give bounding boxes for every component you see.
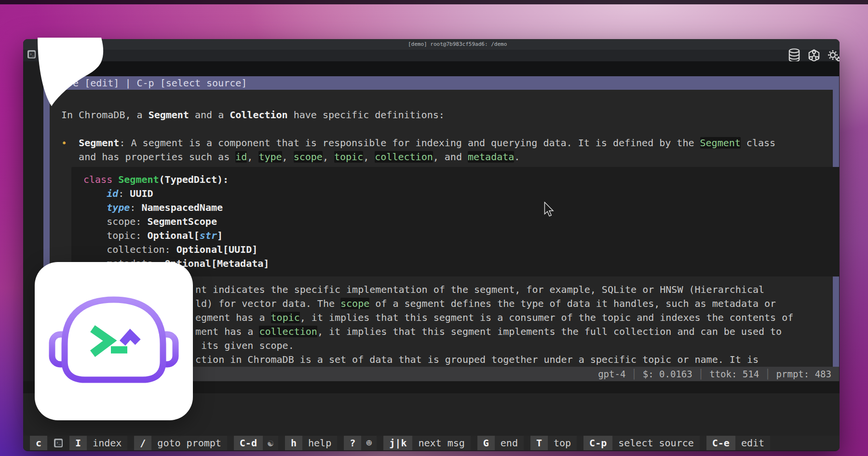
footer-key[interactable]: C-d — [234, 436, 263, 450]
text-run: Segment — [118, 174, 159, 185]
desktop-top-strip — [0, 0, 868, 4]
text-run: Optional[UUID] — [176, 244, 258, 255]
footer-key[interactable]: G — [477, 436, 495, 450]
text-run: Segment — [700, 137, 741, 149]
footer-key[interactable]: T — [530, 436, 548, 450]
text-run: Collection — [230, 109, 287, 121]
white-blob-overlay — [34, 34, 106, 113]
footer-key[interactable]: ? — [344, 436, 361, 450]
code-line: id: UUID — [83, 187, 840, 201]
message-line: egment has a topic, it implies that this… — [195, 311, 793, 325]
text-run: ] — [217, 230, 223, 241]
code-block: class Segment(TypedDict): id: UUID type:… — [71, 167, 840, 276]
code-line: class Segment(TypedDict): — [83, 173, 840, 187]
footer-key[interactable]: h — [285, 436, 302, 450]
text-run: : A segment is a component that is respo… — [119, 137, 700, 149]
code-line: topic: Optional[str] — [83, 229, 840, 243]
footer-key[interactable]: C-e — [706, 436, 735, 450]
text-run: and a — [189, 109, 230, 121]
quit-icon: ☯ — [263, 436, 278, 450]
robot-logo-card — [35, 262, 193, 420]
footer-action-label[interactable]: help — [302, 436, 337, 450]
text-run: , — [363, 151, 375, 163]
text-run: . — [514, 151, 520, 163]
footer-action-label[interactable]: index — [87, 436, 127, 450]
message-line: its given scope. — [195, 339, 294, 353]
footer-action-label[interactable]: top — [548, 436, 577, 450]
footer-action-label[interactable]: end — [495, 436, 524, 450]
text-run: str — [200, 230, 217, 241]
text-run: topic — [334, 151, 363, 163]
text-run: egment has a — [195, 312, 271, 323]
text-run: its given scope. — [195, 340, 294, 351]
text-run: : — [118, 188, 130, 199]
text-run: (TypedDict): — [159, 174, 229, 185]
text-run — [112, 174, 118, 185]
text-run: , — [282, 151, 294, 163]
text-run: have specific definitions: — [288, 109, 445, 121]
text-run: scope — [340, 298, 369, 309]
text-run: Segment — [149, 109, 189, 121]
status-separator: │ — [759, 369, 776, 379]
text-run: id — [107, 188, 118, 199]
footer-key[interactable]: I — [69, 436, 87, 450]
text-run: UUID — [130, 188, 153, 199]
footer-action-label[interactable]: next msg — [412, 436, 470, 450]
desktop: [demo] root@7b983cf59ad6: /demo ›_ — [0, 0, 868, 456]
text-run: ment has a — [195, 326, 259, 337]
text-run: topic: — [83, 230, 147, 241]
code-line: collection: Optional[UUID] — [83, 243, 840, 257]
text-run: NamespacedName — [141, 202, 223, 213]
text-run: collection — [259, 326, 317, 337]
text-run: : — [130, 202, 141, 213]
text-run: topic — [271, 312, 300, 323]
message-line: In ChromaDB, a Segment and a Collection … — [61, 108, 445, 122]
footer-action-label[interactable]: select source — [612, 436, 700, 450]
text-run: type — [258, 151, 282, 163]
text-run: , — [323, 151, 334, 163]
settings-gears-icon[interactable] — [827, 48, 840, 63]
text-run: • — [61, 137, 79, 149]
footer-key[interactable]: / — [134, 436, 151, 450]
footer-key[interactable]: c — [30, 436, 47, 450]
tab-bar[interactable] — [23, 50, 840, 61]
status-item: gpt-4 — [598, 367, 625, 381]
status-item: ttok: 514 — [709, 367, 759, 381]
footer-key[interactable]: j|k — [383, 436, 412, 450]
footer-action-label[interactable]: edit — [735, 436, 770, 450]
message-line: • Segment: A segment is a component that… — [61, 136, 775, 150]
text-run: scope: — [83, 216, 147, 227]
window-titlebar[interactable]: [demo] root@7b983cf59ad6: /demo — [23, 39, 840, 50]
text-run: ld) for vector data. The — [195, 298, 340, 309]
text-run: collection — [375, 151, 433, 163]
status-separator: │ — [692, 369, 709, 379]
app-background-gap — [43, 61, 839, 76]
code-line: type: NamespacedName — [83, 201, 840, 215]
text-run: SegmentScope — [147, 216, 217, 227]
footer: c›_Iindex/goto promptC-d☯hhelp?☻j|knext … — [23, 436, 840, 450]
terminal-icon[interactable]: ›_ — [54, 439, 63, 447]
text-run: type — [107, 202, 130, 213]
text-run: class — [83, 174, 112, 185]
text-run — [83, 188, 107, 199]
package-icon[interactable] — [807, 48, 822, 63]
text-run — [83, 202, 107, 213]
message-header: C-e [edit] | C-p [select source] — [43, 76, 839, 90]
database-icon[interactable] — [788, 48, 802, 63]
text-run: , it implies that this segment implement… — [317, 326, 782, 337]
footer-key[interactable]: C-p — [583, 436, 612, 450]
text-run: ction in ChromaDB is a set of data that … — [195, 354, 759, 365]
code-line: scope: SegmentScope — [83, 215, 840, 229]
mouse-cursor — [544, 202, 555, 217]
message-line: ction in ChromaDB is a set of data that … — [195, 353, 759, 367]
footer-action-label[interactable]: goto prompt — [151, 436, 227, 450]
text-run: of a segment defines the type of data it… — [369, 298, 776, 309]
code-line: metadata: Optional[Metadata] — [83, 257, 840, 271]
face-icon: ☻ — [361, 436, 377, 450]
text-run: , it implies that this segment is a cons… — [300, 312, 794, 323]
text-run: and has properties such as — [61, 151, 235, 163]
text-run: Optional[ — [147, 230, 199, 241]
message-line: nt indicates the specific implementation… — [195, 283, 764, 297]
text-run: id — [235, 151, 247, 163]
text-run: Segment — [79, 137, 119, 149]
